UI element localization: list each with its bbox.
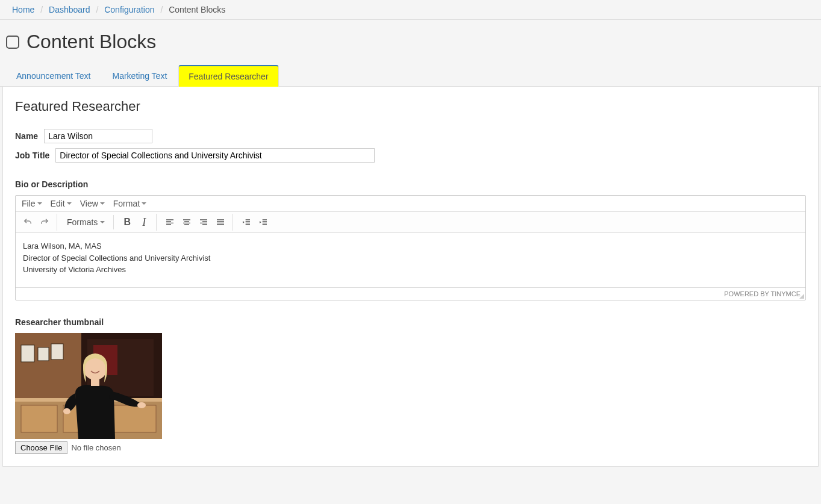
menu-edit[interactable]: Edit bbox=[51, 199, 72, 208]
breadcrumb-home[interactable]: Home bbox=[12, 5, 34, 14]
tab-marketing-text[interactable]: Marketing Text bbox=[102, 65, 178, 86]
menu-format[interactable]: Format bbox=[113, 199, 146, 208]
bio-label: Bio or Description bbox=[15, 179, 806, 189]
breadcrumb-sep: / bbox=[96, 5, 98, 14]
menu-file[interactable]: File bbox=[22, 199, 42, 208]
editor-toolbar: Formats B I bbox=[16, 212, 805, 233]
chevron-down-icon bbox=[67, 202, 72, 205]
resize-grip[interactable] bbox=[798, 293, 804, 299]
panel-featured-researcher: Featured Researcher Name Job Title Bio o… bbox=[2, 87, 819, 467]
chevron-down-icon bbox=[142, 202, 146, 205]
bio-line: Director of Special Collections and Univ… bbox=[23, 252, 798, 264]
align-justify-icon bbox=[216, 217, 225, 227]
svg-rect-2 bbox=[15, 333, 81, 399]
breadcrumb-dashboard[interactable]: Dashboard bbox=[49, 5, 90, 14]
bio-line: Lara Wilson, MA, MAS bbox=[23, 240, 798, 252]
tabs: Announcement Text Marketing Text Feature… bbox=[0, 53, 821, 87]
undo-button[interactable] bbox=[19, 214, 36, 231]
breadcrumb-sep: / bbox=[160, 5, 163, 14]
researcher-thumbnail bbox=[15, 333, 162, 439]
align-center-icon bbox=[182, 217, 192, 227]
indent-icon bbox=[258, 217, 268, 227]
svg-point-13 bbox=[137, 402, 146, 408]
editor-footer: POWERED BY TINYMCE bbox=[16, 287, 805, 300]
jobtitle-label: Job Title bbox=[15, 151, 49, 160]
editor-menu: File Edit View Format bbox=[16, 196, 805, 212]
svg-rect-6 bbox=[51, 344, 63, 359]
breadcrumb-configuration[interactable]: Configuration bbox=[104, 5, 154, 14]
bold-button[interactable]: B bbox=[119, 214, 136, 231]
row-name: Name bbox=[15, 129, 806, 143]
powered-by-label: POWERED BY TINYMCE bbox=[724, 290, 801, 297]
align-left-icon bbox=[165, 217, 175, 227]
chevron-down-icon bbox=[100, 202, 105, 205]
svg-rect-10 bbox=[21, 405, 57, 432]
indent-button[interactable] bbox=[255, 214, 272, 231]
breadcrumb-sep: / bbox=[40, 5, 43, 14]
svg-rect-4 bbox=[21, 345, 34, 362]
file-picker: Choose File No file chosen bbox=[15, 441, 806, 454]
undo-icon bbox=[23, 217, 33, 227]
align-right-button[interactable] bbox=[195, 214, 212, 231]
tab-announcement-text[interactable]: Announcement Text bbox=[6, 65, 101, 86]
redo-icon bbox=[40, 217, 49, 227]
page-title: Content Blocks bbox=[27, 31, 156, 53]
row-jobtitle: Job Title bbox=[15, 148, 806, 163]
section-heading: Featured Researcher bbox=[15, 99, 806, 114]
name-label: Name bbox=[15, 131, 38, 141]
breadcrumb: Home / Dashboard / Configuration / Conte… bbox=[0, 0, 821, 20]
jobtitle-input[interactable] bbox=[55, 148, 375, 163]
bio-editor: File Edit View Format Formats B I bbox=[15, 195, 806, 300]
editor-body[interactable]: Lara Wilson, MA, MAS Director of Special… bbox=[16, 233, 805, 287]
bio-line: University of Victoria Archives bbox=[23, 264, 798, 276]
breadcrumb-current: Content Blocks bbox=[169, 5, 225, 14]
chevron-down-icon bbox=[37, 202, 42, 205]
outdent-icon bbox=[242, 217, 251, 227]
svg-rect-5 bbox=[38, 347, 49, 361]
content-blocks-icon bbox=[6, 36, 19, 49]
tab-featured-researcher[interactable]: Featured Researcher bbox=[178, 65, 278, 87]
italic-button[interactable]: I bbox=[136, 214, 152, 231]
file-status: No file chosen bbox=[71, 443, 120, 452]
page-header: Content Blocks bbox=[0, 20, 821, 53]
align-justify-button[interactable] bbox=[212, 214, 229, 231]
outdent-button[interactable] bbox=[238, 214, 255, 231]
svg-point-14 bbox=[63, 408, 70, 414]
align-right-icon bbox=[199, 217, 208, 227]
menu-view[interactable]: View bbox=[80, 199, 105, 208]
svg-rect-12 bbox=[111, 405, 156, 432]
name-input[interactable] bbox=[44, 129, 152, 143]
formats-dropdown[interactable]: Formats bbox=[62, 215, 110, 229]
redo-button[interactable] bbox=[36, 214, 53, 231]
thumbnail-image bbox=[15, 333, 162, 439]
choose-file-button[interactable]: Choose File bbox=[15, 441, 67, 454]
chevron-down-icon bbox=[100, 221, 105, 223]
align-left-button[interactable] bbox=[161, 214, 178, 231]
thumbnail-label: Researcher thumbnail bbox=[15, 317, 806, 327]
align-center-button[interactable] bbox=[178, 214, 195, 231]
